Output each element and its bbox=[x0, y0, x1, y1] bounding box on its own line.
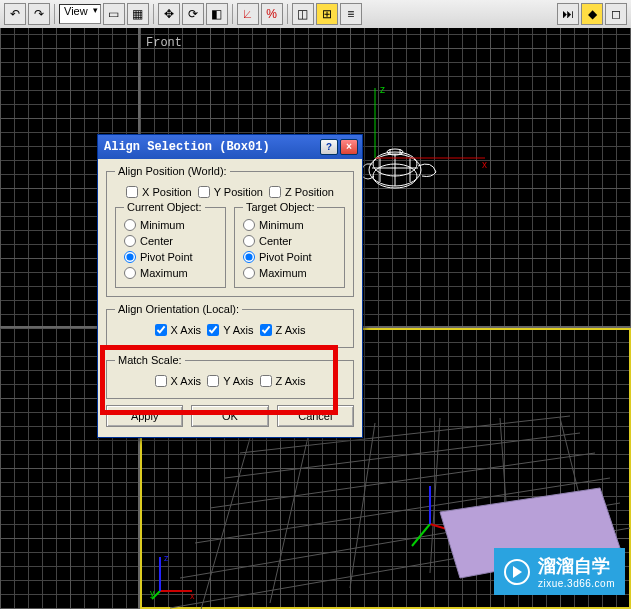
rotate-button[interactable]: ⟳ bbox=[182, 3, 204, 25]
scale-icon: ◧ bbox=[211, 7, 222, 21]
ok-button[interactable]: OK bbox=[191, 405, 268, 427]
current-pivot-radio[interactable]: Pivot Point bbox=[124, 251, 217, 263]
watermark-url: zixue.3d66.com bbox=[538, 578, 615, 589]
redo-button[interactable]: ↷ bbox=[28, 3, 50, 25]
layers-next-button[interactable]: ⏭ bbox=[557, 3, 579, 25]
svg-line-6 bbox=[200, 438, 250, 609]
select-name-button[interactable]: ▦ bbox=[127, 3, 149, 25]
toolbar-sep bbox=[287, 4, 288, 24]
match-scale-group: Match Scale: X Axis Y Axis Z Axis bbox=[106, 354, 354, 399]
dialog-body: Align Position (World): X Position Y Pos… bbox=[98, 159, 362, 437]
cancel-button[interactable]: Cancel bbox=[277, 405, 354, 427]
watermark-text: 溜溜自学 bbox=[538, 556, 610, 576]
align-orientation-legend: Align Orientation (Local): bbox=[115, 303, 242, 315]
select-object-button[interactable]: ▭ bbox=[103, 3, 125, 25]
scale-y-checkbox[interactable]: Y Axis bbox=[207, 375, 253, 387]
orient-z-checkbox[interactable]: Z Axis bbox=[260, 324, 306, 336]
viewport-label-front: Front bbox=[146, 36, 182, 50]
rotate-icon: ⟳ bbox=[188, 7, 198, 21]
target-pivot-radio[interactable]: Pivot Point bbox=[243, 251, 336, 263]
dialog-titlebar[interactable]: Align Selection (Box01) ? × bbox=[98, 135, 362, 159]
align-selection-dialog: Align Selection (Box01) ? × Align Positi… bbox=[97, 134, 363, 438]
snap-percent-button[interactable]: % bbox=[261, 3, 283, 25]
move-icon: ✥ bbox=[164, 7, 174, 21]
align-icon: ⊞ bbox=[322, 7, 332, 21]
select-name-icon: ▦ bbox=[132, 7, 143, 21]
z-position-checkbox[interactable]: Z Position bbox=[269, 186, 334, 198]
move-button[interactable]: ✥ bbox=[158, 3, 180, 25]
dialog-title: Align Selection (Box01) bbox=[102, 140, 318, 154]
orient-y-checkbox[interactable]: Y Axis bbox=[207, 324, 253, 336]
mirror-button[interactable]: ◫ bbox=[292, 3, 314, 25]
svg-text:z: z bbox=[380, 84, 385, 95]
scale-z-checkbox[interactable]: Z Axis bbox=[260, 375, 306, 387]
named-sel-button[interactable]: ≡ bbox=[340, 3, 362, 25]
main-toolbar: ↶ ↷ View ▭ ▦ ✥ ⟳ ◧ ⟀ % ◫ ⊞ ≡ ⏭ ◆ ◻ bbox=[0, 0, 631, 28]
target-minimum-radio[interactable]: Minimum bbox=[243, 219, 336, 231]
target-maximum-radio[interactable]: Maximum bbox=[243, 267, 336, 279]
svg-text:x: x bbox=[482, 159, 487, 170]
align-button[interactable]: ⊞ bbox=[316, 3, 338, 25]
next-icon: ⏭ bbox=[562, 7, 574, 21]
toolbar-sep bbox=[54, 4, 55, 24]
layer-extra-button[interactable]: ◻ bbox=[605, 3, 627, 25]
watermark-badge: 溜溜自学 zixue.3d66.com bbox=[494, 548, 625, 595]
svg-text:y: y bbox=[150, 588, 155, 598]
svg-line-7 bbox=[270, 428, 310, 603]
align-position-group: Align Position (World): X Position Y Pos… bbox=[106, 165, 354, 297]
cursor-icon: ▭ bbox=[108, 7, 119, 21]
layer-toggle-button[interactable]: ◆ bbox=[581, 3, 603, 25]
svg-line-8 bbox=[350, 423, 375, 588]
axis-tripod-front: x z bbox=[360, 83, 490, 173]
box-icon: ◻ bbox=[611, 7, 621, 21]
undo-button[interactable]: ↶ bbox=[4, 3, 26, 25]
align-orientation-group: Align Orientation (Local): X Axis Y Axis… bbox=[106, 303, 354, 348]
list-icon: ≡ bbox=[347, 7, 354, 21]
apply-button[interactable]: Apply bbox=[106, 405, 183, 427]
close-button[interactable]: × bbox=[340, 139, 358, 155]
svg-text:x: x bbox=[190, 591, 195, 601]
x-position-checkbox[interactable]: X Position bbox=[126, 186, 192, 198]
redo-icon: ↷ bbox=[34, 7, 44, 21]
undo-icon: ↶ bbox=[10, 7, 20, 21]
scale-button[interactable]: ◧ bbox=[206, 3, 228, 25]
svg-text:z: z bbox=[164, 553, 169, 563]
scale-x-checkbox[interactable]: X Axis bbox=[155, 375, 202, 387]
target-object-legend: Target Object: bbox=[243, 201, 317, 213]
selection-filter-dropdown[interactable]: View bbox=[59, 4, 101, 24]
match-scale-legend: Match Scale: bbox=[115, 354, 185, 366]
snap-angle-button[interactable]: ⟀ bbox=[237, 3, 259, 25]
angle-icon: ⟀ bbox=[244, 7, 251, 21]
target-center-radio[interactable]: Center bbox=[243, 235, 336, 247]
toolbar-sep bbox=[153, 4, 154, 24]
mirror-icon: ◫ bbox=[297, 7, 308, 21]
orient-x-checkbox[interactable]: X Axis bbox=[155, 324, 202, 336]
current-minimum-radio[interactable]: Minimum bbox=[124, 219, 217, 231]
target-object-group: Target Object: Minimum Center Pivot Poin… bbox=[234, 201, 345, 288]
current-maximum-radio[interactable]: Maximum bbox=[124, 267, 217, 279]
current-object-legend: Current Object: bbox=[124, 201, 205, 213]
toolbar-sep bbox=[232, 4, 233, 24]
align-position-legend: Align Position (World): bbox=[115, 165, 230, 177]
current-center-radio[interactable]: Center bbox=[124, 235, 217, 247]
y-position-checkbox[interactable]: Y Position bbox=[198, 186, 263, 198]
layer-icon: ◆ bbox=[588, 7, 597, 21]
play-icon bbox=[504, 559, 530, 585]
viewport-axis-gizmo: x y z bbox=[150, 551, 200, 601]
help-button[interactable]: ? bbox=[320, 139, 338, 155]
percent-icon: % bbox=[266, 7, 277, 21]
current-object-group: Current Object: Minimum Center Pivot Poi… bbox=[115, 201, 226, 288]
